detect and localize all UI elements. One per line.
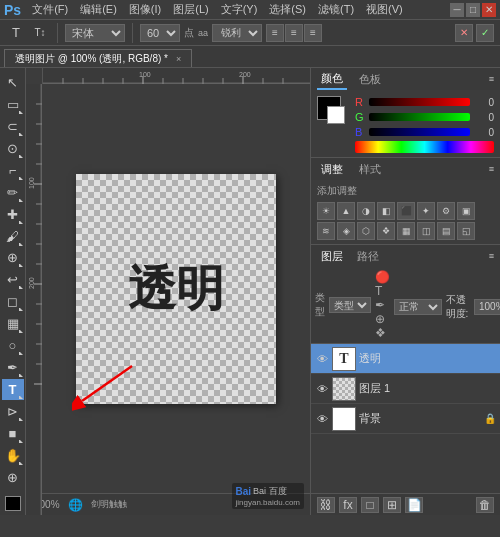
text-tool[interactable]: T [2,379,24,400]
brightness-contrast-icon[interactable]: ☀ [317,202,335,220]
green-slider[interactable] [369,113,470,121]
color-tab[interactable]: 颜色 [317,69,347,90]
vibrance-icon[interactable]: ⬛ [397,202,415,220]
tab-close-button[interactable]: × [176,54,181,64]
cancel-text-button[interactable]: ✕ [455,24,473,42]
document-tab[interactable]: 透明图片 @ 100% (透明, RGB/8) * × [4,49,192,67]
menu-file[interactable]: 文件(F) [27,1,73,18]
align-left-button[interactable]: ≡ [266,24,284,42]
lasso-tool[interactable]: ⊂ [2,116,24,137]
align-center-button[interactable]: ≡ [285,24,303,42]
blend-mode-select[interactable]: 正常 [394,299,442,315]
layers-header: 图层 路径 ≡ [311,245,500,267]
threshold-icon[interactable]: ❖ [377,222,395,240]
maximize-button[interactable]: □ [466,3,480,17]
posterize-icon[interactable]: ⬡ [357,222,375,240]
canvas-viewport: 透明 [42,84,310,493]
menu-image[interactable]: 图像(I) [124,1,166,18]
close-button[interactable]: ✕ [482,3,496,17]
delete-layer-button[interactable]: 🗑 [476,497,494,513]
levels-icon[interactable]: ▲ [337,202,355,220]
layer-item-background[interactable]: 👁 背景 🔒 [311,404,500,434]
aa-mode-select[interactable]: 锐利 [212,24,262,42]
exposure-icon[interactable]: ◧ [377,202,395,220]
menu-select[interactable]: 选择(S) [264,1,311,18]
layer-visibility-eye-transparent[interactable]: 👁 [315,352,329,366]
b-value: 0 [474,127,494,138]
dodge-tool[interactable]: ○ [2,335,24,356]
align-right-button[interactable]: ≡ [304,24,322,42]
swatches-tab[interactable]: 色板 [355,70,385,89]
foreground-color[interactable] [5,496,21,511]
eyedropper-tool[interactable]: ✏ [2,182,24,203]
b-label: B [355,126,365,138]
color-panel-menu[interactable]: ≡ [489,74,494,84]
layers-tab[interactable]: 图层 [317,247,347,266]
selective-color-icon[interactable]: ◫ [417,222,435,240]
adjust-header: 调整 样式 ≡ [311,158,500,180]
shape-tool[interactable]: ■ [2,423,24,444]
gradient-map-icon[interactable]: ▦ [397,222,415,240]
color-spectrum[interactable] [355,141,494,153]
pen-tool[interactable]: ✒ [2,357,24,378]
add-style-button[interactable]: fx [339,497,357,513]
layer-visibility-eye-layer1[interactable]: 👁 [315,382,329,396]
zoom-tool[interactable]: ⊕ [2,467,24,488]
font-size-select[interactable]: 60 [140,24,180,42]
crop-tool[interactable]: ⌐ [2,160,24,181]
marquee-tool[interactable]: ▭ [2,94,24,115]
layer-type-filter[interactable]: 类型 [329,297,371,313]
opacity-input[interactable] [474,299,500,315]
new-layer-button[interactable]: 📄 [405,497,423,513]
color-balance-icon[interactable]: ⚙ [437,202,455,220]
channel-mixer-icon[interactable]: ≋ [317,222,335,240]
move-tool[interactable]: ↖ [2,72,24,93]
clone-tool[interactable]: ⊕ [2,248,24,269]
invert-icon[interactable]: ◈ [337,222,355,240]
menu-layer[interactable]: 图层(L) [168,1,213,18]
blue-slider[interactable] [369,128,470,136]
minimize-button[interactable]: ─ [450,3,464,17]
link-layers-button[interactable]: ⛓ [317,497,335,513]
path-select-tool[interactable]: ⊳ [2,401,24,422]
menu-items: 文件(F) 编辑(E) 图像(I) 图层(L) 文字(Y) 选择(S) 滤镜(T… [27,1,408,18]
solid-color-icon[interactable]: ▤ [437,222,455,240]
hand-tool[interactable]: ✋ [2,445,24,466]
filter-icons: 🔴 T ✒ ⊕ ❖ [375,270,390,340]
healing-tool[interactable]: ✚ [2,204,24,225]
styles-tab[interactable]: 样式 [355,160,385,179]
menu-edit[interactable]: 编辑(E) [75,1,122,18]
confirm-cancel: ✕ ✓ [455,24,494,42]
eraser-tool[interactable]: ◻ [2,291,24,312]
background-swatch[interactable] [327,106,345,124]
g-label: G [355,111,365,123]
layers-panel-menu[interactable]: ≡ [489,251,494,261]
paths-tab[interactable]: 路径 [353,247,383,266]
history-brush-tool[interactable]: ↩ [2,269,24,290]
new-group-button[interactable]: ⊞ [383,497,401,513]
left-toolbar: ↖ ▭ ⊂ ⊙ ⌐ ✏ ✚ 🖌 ⊕ ↩ ◻ ▦ ○ ✒ T ⊳ ■ ✋ ⊕ [0,68,26,515]
confirm-text-button[interactable]: ✓ [476,24,494,42]
add-mask-button[interactable]: □ [361,497,379,513]
font-select[interactable]: 宋体 [65,24,125,42]
separator-2 [132,23,133,43]
layer-visibility-eye-background[interactable]: 👁 [315,412,329,426]
menu-text[interactable]: 文字(Y) [216,1,263,18]
hue-saturation-icon[interactable]: ✦ [417,202,435,220]
adjustments-tab[interactable]: 调整 [317,160,347,179]
menu-view[interactable]: 视图(V) [361,1,408,18]
curves-icon[interactable]: ◑ [357,202,375,220]
adjust-panel-menu[interactable]: ≡ [489,164,494,174]
layer-item-layer1[interactable]: 👁 图层 1 [311,374,500,404]
menu-filter[interactable]: 滤镜(T) [313,1,359,18]
photo-filter-icon[interactable]: ▣ [457,202,475,220]
watermark-line2: jingyan.baidu.com [236,498,300,507]
pattern-icon[interactable]: ◱ [457,222,475,240]
quick-select-tool[interactable]: ⊙ [2,138,24,159]
layer-item-transparent[interactable]: 👁 T 透明 [311,344,500,374]
brush-tool[interactable]: 🖌 [2,226,24,247]
color-main-content: R 0 G 0 B 0 [317,96,494,153]
red-slider[interactable] [369,98,470,106]
gradient-tool[interactable]: ▦ [2,313,24,334]
watermark: Bai Bai 百度 jingyan.baidu.com [232,483,304,509]
